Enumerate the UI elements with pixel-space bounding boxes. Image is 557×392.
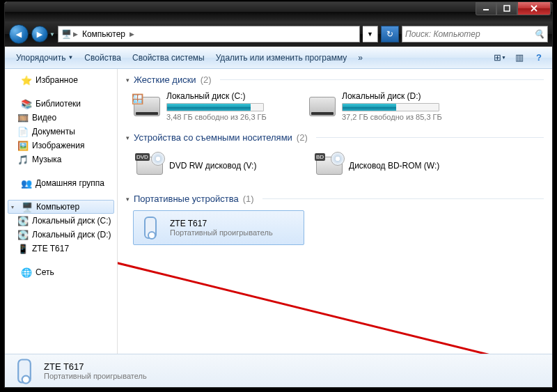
sidebar-homegroup[interactable]: 👥Домашняя группа <box>5 176 117 190</box>
category-count: (2) <box>201 75 212 85</box>
device-type: Портативный проигрыватель <box>170 228 273 237</box>
organize-menu[interactable]: Упорядочить▼ <box>10 50 79 65</box>
collapse-icon[interactable]: ▾ <box>126 134 130 141</box>
sidebar-item-drive-d[interactable]: 💽Локальный диск (D:) <box>5 228 117 242</box>
collapse-icon[interactable]: ▾ <box>126 196 130 203</box>
address-dropdown[interactable]: ▼ <box>363 26 378 42</box>
category-title: Жесткие диски <box>134 75 196 85</box>
capacity-bar <box>166 103 264 111</box>
computer-icon: 🖥️ <box>61 29 72 39</box>
sidebar-item-drive-c[interactable]: 💽Локальный диск (C:) <box>5 214 117 228</box>
portable-player-icon <box>136 214 164 242</box>
sidebar-label: Изображения <box>32 141 84 150</box>
sidebar-item-zte-t617[interactable]: 📱ZTE T617 <box>5 242 117 256</box>
category-count: (2) <box>297 132 308 143</box>
sidebar-item-music[interactable]: 🎵Музыка <box>5 152 117 166</box>
system-properties-button[interactable]: Свойства системы <box>127 50 210 65</box>
svg-rect-1 <box>504 6 510 11</box>
sidebar-computer[interactable]: ▾🖥️Компьютер <box>8 200 114 214</box>
hdd-icon <box>308 93 336 120</box>
category-header[interactable]: ▾ Портативные устройства (1) <box>126 194 544 206</box>
uninstall-change-button[interactable]: Удалить или изменить программу <box>210 50 353 65</box>
drive-item-d[interactable]: Локальный диск (D:) 37,2 ГБ свободно из … <box>308 91 476 121</box>
phone-icon: 📱 <box>17 243 29 254</box>
view-mode-button[interactable]: ⊞▼ <box>492 50 508 65</box>
annotation-arrow <box>118 249 524 354</box>
collapse-icon[interactable]: ▾ <box>126 77 130 84</box>
drive-name: Локальный диск (D:) <box>342 91 476 101</box>
portable-player-icon <box>12 359 37 384</box>
sidebar-item-documents[interactable]: 📄Документы <box>5 125 117 139</box>
explorer-body: ⭐Избранное 📚Библиотеки 🎞️Видео 📄Документ… <box>5 69 552 354</box>
sidebar-label: Локальный диск (C:) <box>32 216 111 226</box>
preview-pane-button[interactable]: ▥ <box>512 50 527 65</box>
sidebar-label: Музыка <box>32 155 61 164</box>
device-zte-t617[interactable]: ZTE T617 Портативный проигрыватель <box>133 210 304 245</box>
libraries-icon: 📚 <box>21 98 32 109</box>
sidebar-label: Избранное <box>36 75 78 85</box>
search-input[interactable]: 🔍 <box>402 26 548 42</box>
category-hard-disks: ▾ Жесткие диски (2) 🪟 Локальный диск (C:… <box>126 75 544 121</box>
drive-free-text: 3,48 ГБ свободно из 26,3 ГБ <box>166 113 300 121</box>
titlebar <box>5 2 552 22</box>
sidebar-label: Документы <box>32 127 75 136</box>
video-icon: 🎞️ <box>17 112 29 123</box>
details-name: ZTE T617 <box>44 361 147 372</box>
device-name: ZTE T617 <box>170 219 273 228</box>
breadcrumb-sep-icon[interactable]: ▶ <box>128 31 136 38</box>
computer-icon: 🖥️ <box>22 201 33 212</box>
properties-button[interactable]: Свойства <box>79 50 127 65</box>
search-field[interactable] <box>405 29 534 39</box>
sidebar-libraries[interactable]: 📚Библиотеки <box>5 97 117 111</box>
optical-drive-icon: BD <box>315 152 343 180</box>
device-bd-rom[interactable]: BD Дисковод BD-ROM (W:) <box>313 149 484 182</box>
forward-button[interactable]: ► <box>31 26 48 42</box>
sidebar-label: Локальный диск (D:) <box>32 230 111 240</box>
category-title: Устройства со съемными носителями <box>134 132 292 143</box>
nav-history-dropdown[interactable]: ▼ <box>49 31 55 38</box>
sidebar-label: Библиотеки <box>36 99 81 109</box>
device-name: Дисковод BD-ROM (W:) <box>349 161 439 171</box>
sidebar-label: Домашняя группа <box>36 178 104 188</box>
sidebar-label: Компьютер <box>36 202 79 212</box>
device-dvd-rw[interactable]: DVD DVD RW дисковод (V:) <box>133 149 304 182</box>
address-bar[interactable]: 🖥️ ▶ Компьютер ▶ <box>58 26 360 42</box>
search-icon: 🔍 <box>534 29 544 39</box>
explorer-window: ◄ ► ▼ 🖥️ ▶ Компьютер ▶ ▼ ↻ 🔍 Упорядочить… <box>4 1 553 388</box>
sidebar-label: Сеть <box>36 267 54 277</box>
back-button[interactable]: ◄ <box>9 24 29 44</box>
drive-icon: 💽 <box>17 229 29 240</box>
maximize-button[interactable] <box>496 2 517 15</box>
category-count: (1) <box>243 194 254 204</box>
category-header[interactable]: ▾ Устройства со съемными носителями (2) <box>126 132 544 145</box>
breadcrumb-sep-icon[interactable]: ▶ <box>72 31 79 38</box>
category-title: Портативные устройства <box>134 194 239 204</box>
collapse-icon[interactable]: ▾ <box>11 204 18 210</box>
breadcrumb-computer[interactable]: Компьютер <box>79 26 128 42</box>
minimize-button[interactable] <box>476 2 496 15</box>
toolbar-overflow[interactable]: » <box>352 50 368 65</box>
sidebar-favorites[interactable]: ⭐Избранное <box>5 73 117 87</box>
network-icon: 🌐 <box>21 267 32 278</box>
drive-name: Локальный диск (C:) <box>166 91 300 101</box>
hdd-icon: 🪟 <box>133 93 161 120</box>
drive-item-c[interactable]: 🪟 Локальный диск (C:) 3,48 ГБ свободно и… <box>133 91 300 121</box>
device-name: DVD RW дисковод (V:) <box>169 161 256 171</box>
sidebar-item-video[interactable]: 🎞️Видео <box>5 111 117 125</box>
navigation-pane: ⭐Избранное 📚Библиотеки 🎞️Видео 📄Документ… <box>5 69 118 354</box>
help-button[interactable]: ? <box>531 50 547 65</box>
category-divider <box>316 137 544 138</box>
category-divider <box>262 198 544 199</box>
category-portable: ▾ Портативные устройства (1) ZTE T617 По… <box>126 194 544 245</box>
sidebar-network[interactable]: 🌐Сеть <box>5 265 117 279</box>
details-pane: ZTE T617 Портативный проигрыватель <box>5 354 552 387</box>
optical-drive-icon: DVD <box>136 152 164 180</box>
refresh-button[interactable]: ↻ <box>381 26 399 42</box>
sidebar-item-pictures[interactable]: 🖼️Изображения <box>5 139 117 152</box>
close-button[interactable] <box>517 2 551 15</box>
homegroup-icon: 👥 <box>21 178 32 189</box>
category-removable: ▾ Устройства со съемными носителями (2) … <box>126 132 544 182</box>
svg-rect-0 <box>483 9 489 10</box>
category-header[interactable]: ▾ Жесткие диски (2) <box>126 75 544 87</box>
drive-icon: 💽 <box>17 215 29 226</box>
